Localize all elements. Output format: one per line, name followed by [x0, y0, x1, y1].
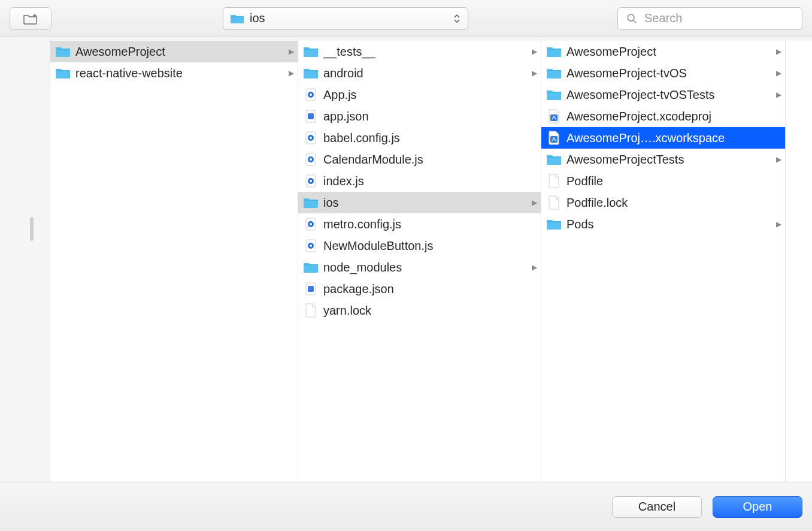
item-label: react-native-website — [75, 67, 281, 80]
list-item[interactable]: AwesomeProject▶ — [541, 41, 785, 62]
list-item[interactable]: node_modules▶ — [298, 257, 541, 278]
search-input[interactable] — [644, 11, 796, 25]
list-item[interactable]: CalendarModule.js — [298, 149, 541, 170]
list-item[interactable]: ios▶ — [298, 192, 541, 213]
js-file-icon — [303, 174, 319, 188]
item-label: AwesomeProject — [75, 45, 281, 59]
file-icon — [303, 304, 319, 317]
list-item[interactable]: AwesomeProjectTests▶ — [541, 149, 785, 170]
js-file-icon — [303, 153, 319, 166]
item-label: AwesomeProj….xcworkspace — [566, 131, 768, 145]
list-item[interactable]: App.js — [298, 84, 541, 105]
list-item[interactable]: react-native-website▶ — [50, 62, 298, 84]
chevron-right-icon: ▶ — [529, 198, 537, 207]
search-icon — [624, 12, 640, 25]
list-item[interactable]: NewModuleButton.js — [298, 235, 541, 257]
cancel-button[interactable]: Cancel — [612, 496, 702, 518]
open-button[interactable]: Open — [713, 496, 802, 518]
item-label: ios — [323, 196, 524, 210]
item-label: App.js — [323, 88, 524, 102]
item-label: app.json — [323, 110, 524, 123]
path-label: ios — [250, 11, 265, 25]
sidebar — [0, 37, 50, 482]
folder-icon — [546, 88, 562, 101]
column-1[interactable]: __tests__▶android▶App.jsapp.jsonbabel.co… — [298, 41, 541, 482]
list-item[interactable]: android▶ — [298, 62, 541, 84]
item-label: index.js — [323, 174, 524, 188]
xcode-file-icon — [546, 131, 562, 144]
folder-icon — [546, 67, 562, 80]
folder-icon — [229, 12, 245, 25]
folder-icon — [303, 67, 319, 80]
item-label: AwesomeProject-tvOSTests — [566, 88, 768, 102]
folder-icon — [546, 45, 562, 58]
folder-icon — [303, 196, 319, 209]
chevron-right-icon: ▶ — [773, 155, 781, 164]
item-label: AwesomeProjectTests — [566, 153, 768, 167]
column-view: AwesomeProject▶react-native-website▶ __t… — [50, 37, 812, 482]
item-label: AwesomeProject — [566, 45, 768, 59]
browser-body: AwesomeProject▶react-native-website▶ __t… — [0, 37, 812, 482]
js-file-icon — [303, 218, 319, 231]
folder-icon — [546, 218, 562, 231]
list-item[interactable]: yarn.lock — [298, 300, 541, 321]
column-2[interactable]: AwesomeProject▶AwesomeProject-tvOS▶Aweso… — [541, 41, 786, 482]
list-item[interactable]: Podfile.lock — [541, 192, 785, 213]
column-gutter — [786, 41, 812, 482]
chevron-right-icon: ▶ — [529, 47, 537, 56]
js-file-icon — [303, 131, 319, 144]
file-icon — [546, 174, 562, 188]
item-label: yarn.lock — [323, 304, 524, 318]
folder-icon — [546, 153, 562, 166]
list-item[interactable]: app.json — [298, 105, 541, 127]
cancel-label: Cancel — [638, 500, 675, 514]
list-item[interactable]: __tests__▶ — [298, 41, 541, 62]
list-item[interactable]: AwesomeProj….xcworkspace — [541, 127, 785, 149]
item-label: babel.config.js — [323, 131, 524, 145]
list-item[interactable]: package.json — [298, 278, 541, 300]
list-item[interactable]: index.js — [298, 170, 541, 192]
new-folder-button[interactable] — [10, 7, 51, 30]
item-label: Pods — [566, 218, 768, 231]
column-0[interactable]: AwesomeProject▶react-native-website▶ — [50, 41, 298, 482]
item-label: Podfile — [566, 174, 768, 188]
folder-icon — [55, 45, 71, 58]
chevron-right-icon: ▶ — [529, 263, 537, 271]
list-item[interactable]: AwesomeProject-tvOS▶ — [541, 62, 785, 84]
svg-point-11 — [310, 158, 312, 161]
js-file-icon — [303, 88, 319, 101]
svg-point-17 — [310, 223, 312, 225]
item-label: node_modules — [323, 261, 524, 274]
toolbar: ios — [0, 0, 812, 37]
svg-rect-23 — [550, 114, 558, 121]
search-box[interactable] — [617, 7, 802, 30]
list-item[interactable]: metro.config.js — [298, 213, 541, 235]
list-item[interactable]: AwesomeProject-tvOSTests▶ — [541, 84, 785, 105]
item-label: AwesomeProject.xcodeproj — [566, 110, 768, 123]
json-file-icon — [303, 282, 319, 295]
list-item[interactable]: AwesomeProject.xcodeproj — [541, 105, 785, 127]
item-label: Podfile.lock — [566, 196, 768, 210]
list-item[interactable]: Pods▶ — [541, 213, 785, 235]
list-item[interactable]: AwesomeProject▶ — [50, 41, 298, 62]
item-label: AwesomeProject-tvOS — [566, 67, 768, 80]
chevron-right-icon: ▶ — [773, 90, 781, 99]
list-item[interactable]: Podfile — [541, 170, 785, 192]
svg-rect-24 — [550, 136, 558, 143]
item-label: NewModuleButton.js — [323, 239, 524, 253]
svg-rect-5 — [308, 113, 314, 119]
sidebar-resize-handle[interactable] — [30, 217, 34, 241]
item-label: metro.config.js — [323, 218, 524, 231]
chevron-right-icon: ▶ — [286, 47, 294, 56]
list-item[interactable]: babel.config.js — [298, 127, 541, 149]
svg-point-0 — [628, 14, 634, 21]
path-popup[interactable]: ios — [223, 7, 468, 30]
chevron-right-icon: ▶ — [773, 220, 781, 228]
svg-rect-22 — [308, 286, 314, 292]
item-label: __tests__ — [323, 45, 524, 59]
file-icon — [546, 196, 562, 209]
svg-point-14 — [310, 180, 312, 182]
item-label: package.json — [323, 282, 524, 296]
dialog-footer: Cancel Open — [0, 482, 812, 531]
folder-icon — [55, 67, 71, 80]
